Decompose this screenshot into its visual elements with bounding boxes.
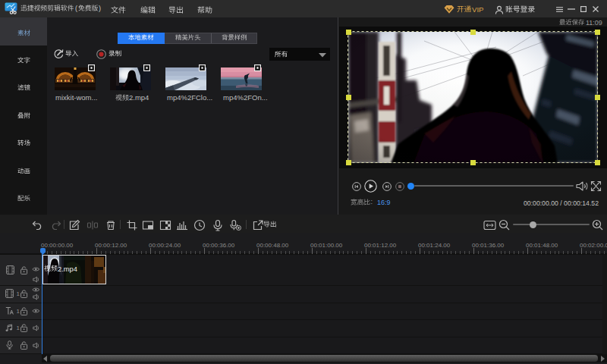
svg-text:2.mp4: 2.mp4	[58, 265, 77, 273]
